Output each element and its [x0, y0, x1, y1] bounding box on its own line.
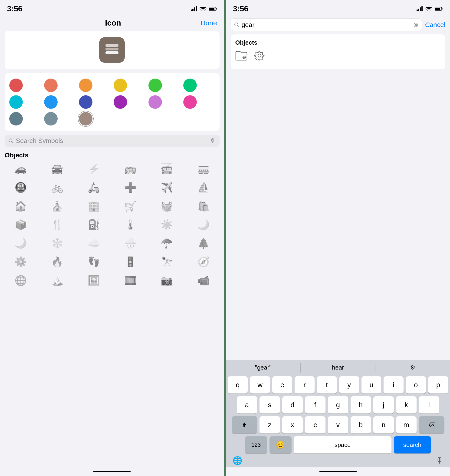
suggestion-hear[interactable]: hear: [301, 363, 375, 373]
grid-icon-30[interactable]: ⚙️: [5, 255, 36, 269]
search-input-wrap[interactable]: ⊗: [231, 18, 422, 31]
grid-icon-21[interactable]: 🌡️: [114, 218, 146, 232]
grid-icon-13[interactable]: ⛪: [41, 199, 73, 213]
key-c[interactable]: c: [305, 416, 326, 434]
grid-icon-0[interactable]: 🚗: [5, 162, 36, 176]
globe-icon[interactable]: 🌐: [232, 456, 242, 465]
key-b[interactable]: b: [350, 416, 371, 434]
search-symbols-input[interactable]: [16, 137, 207, 145]
grid-icon-19[interactable]: 🍴: [41, 218, 73, 232]
color-dot[interactable]: [79, 95, 92, 109]
key-v[interactable]: v: [328, 416, 348, 434]
grid-icon-14[interactable]: 🏢: [78, 199, 110, 213]
key-f[interactable]: f: [305, 396, 326, 413]
grid-icon-15[interactable]: 🛒: [114, 199, 146, 213]
color-dot[interactable]: [183, 95, 197, 109]
grid-icon-9[interactable]: ➕: [114, 180, 146, 194]
key-search[interactable]: search: [394, 436, 431, 453]
grid-icon-31[interactable]: 🔥: [41, 255, 73, 269]
key-e[interactable]: e: [272, 376, 292, 393]
grid-icon-32[interactable]: 👣: [78, 255, 110, 269]
color-dot[interactable]: [114, 95, 127, 109]
key-shift[interactable]: [232, 416, 257, 434]
key-g[interactable]: g: [328, 396, 348, 413]
key-h[interactable]: h: [350, 396, 371, 413]
suggestion-gear-icon[interactable]: ⚙: [375, 363, 450, 373]
color-dot[interactable]: [9, 78, 23, 92]
key-w[interactable]: w: [250, 376, 270, 393]
grid-icon-12[interactable]: 🏠: [5, 199, 36, 213]
grid-icon-39[interactable]: 🎞️: [114, 273, 146, 287]
key-t[interactable]: t: [317, 376, 337, 393]
grid-icon-7[interactable]: 🚲: [41, 180, 73, 194]
key-o[interactable]: o: [406, 376, 426, 393]
grid-icon-3[interactable]: 🚌: [114, 162, 146, 176]
key-delete[interactable]: [419, 416, 444, 434]
color-dot[interactable]: [79, 78, 92, 92]
key-x[interactable]: x: [282, 416, 303, 434]
grid-icon-11[interactable]: ⛵: [188, 180, 219, 194]
grid-icon-35[interactable]: 🧭: [188, 255, 219, 269]
left-done-button[interactable]: Done: [201, 19, 217, 27]
color-dot[interactable]: [183, 78, 197, 92]
clear-search-button[interactable]: ⊗: [413, 21, 418, 29]
key-n[interactable]: n: [373, 416, 394, 434]
grid-icon-24[interactable]: 🌙: [5, 236, 36, 250]
grid-icon-27[interactable]: 🌧️: [114, 236, 146, 250]
keyboard-mic-icon[interactable]: 🎙: [436, 456, 444, 465]
key-m[interactable]: m: [396, 416, 417, 434]
cancel-button[interactable]: Cancel: [425, 21, 445, 29]
color-dot[interactable]: [44, 95, 58, 109]
color-dot[interactable]: [9, 95, 23, 109]
app-icon[interactable]: [99, 37, 125, 63]
grid-icon-20[interactable]: ⛽: [78, 218, 110, 232]
grid-icon-36[interactable]: 🌐: [5, 273, 36, 287]
grid-icon-37[interactable]: 🏔️: [41, 273, 73, 287]
key-z[interactable]: z: [260, 416, 280, 434]
color-dot[interactable]: [79, 112, 92, 125]
color-dot[interactable]: [148, 78, 162, 92]
grid-icon-10[interactable]: ✈️: [151, 180, 183, 194]
gear-icon[interactable]: [254, 50, 265, 64]
grid-icon-28[interactable]: ☂️: [151, 236, 183, 250]
grid-icon-6[interactable]: 🚇: [5, 180, 36, 194]
grid-icon-34[interactable]: 🔭: [151, 255, 183, 269]
grid-icon-33[interactable]: 🚦: [114, 255, 146, 269]
grid-icon-2[interactable]: ⚡: [78, 162, 110, 176]
grid-icon-29[interactable]: 🌲: [188, 236, 219, 250]
grid-icon-41[interactable]: 📹: [188, 273, 219, 287]
grid-icon-23[interactable]: 🌙: [188, 218, 219, 232]
key-y[interactable]: y: [339, 376, 359, 393]
key-q[interactable]: q: [228, 376, 248, 393]
key-123[interactable]: 123: [245, 436, 267, 453]
folder-gear-icon[interactable]: [235, 50, 247, 63]
search-bar[interactable]: 🎙: [5, 135, 219, 147]
key-a[interactable]: a: [237, 396, 257, 413]
key-p[interactable]: p: [428, 376, 448, 393]
grid-icon-38[interactable]: 🖼️: [78, 273, 110, 287]
key-emoji[interactable]: 😊: [269, 436, 291, 453]
key-i[interactable]: i: [384, 376, 403, 393]
grid-icon-16[interactable]: 🧺: [151, 199, 183, 213]
grid-icon-40[interactable]: 📷: [151, 273, 183, 287]
suggestion-gear-quoted[interactable]: "gear": [226, 363, 301, 373]
key-s[interactable]: s: [260, 396, 280, 413]
key-r[interactable]: r: [295, 376, 314, 393]
grid-icon-5[interactable]: 🚃: [188, 162, 219, 176]
gear-search-input[interactable]: [242, 21, 411, 29]
key-j[interactable]: j: [373, 396, 394, 413]
key-k[interactable]: k: [396, 396, 417, 413]
color-dot[interactable]: [44, 78, 58, 92]
color-dot[interactable]: [9, 112, 23, 125]
grid-icon-4[interactable]: 🚎: [151, 162, 183, 176]
grid-icon-22[interactable]: ☀️: [151, 218, 183, 232]
color-dot[interactable]: [114, 78, 127, 92]
key-space[interactable]: space: [294, 436, 391, 453]
grid-icon-17[interactable]: 🛍️: [188, 199, 219, 213]
color-dot[interactable]: [148, 95, 162, 109]
key-u[interactable]: u: [361, 376, 381, 393]
grid-icon-1[interactable]: 🚘: [41, 162, 73, 176]
color-dot[interactable]: [44, 112, 58, 125]
grid-icon-18[interactable]: 📦: [5, 218, 36, 232]
key-d[interactable]: d: [282, 396, 303, 413]
